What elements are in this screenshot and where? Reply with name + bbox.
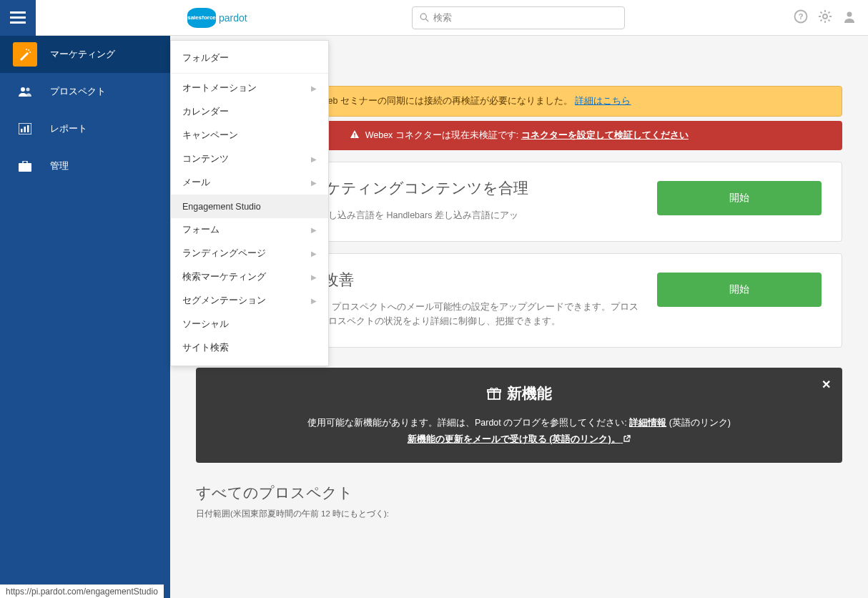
whats-new-text: 使用可能な新機能があります。詳細は、Pardot のブログを参照してください:: [307, 418, 629, 428]
submenu-item-forms[interactable]: フォーム▶: [171, 218, 328, 242]
submenu-item-mail[interactable]: メール▶: [171, 171, 328, 195]
salesforce-logo: salesforce: [187, 8, 216, 28]
left-sidebar: マーケティング プロスペクト レポート 管理: [0, 36, 170, 598]
header-icons: ?: [794, 9, 857, 26]
whats-new-subscribe-link[interactable]: 新機能の更新をメールで受け取る (英語のリンク)。: [408, 434, 631, 444]
alert-error-link[interactable]: コネクターを設定して検証してください: [521, 130, 689, 140]
chevron-right-icon: ▶: [311, 250, 317, 258]
submenu-label: セグメンテーション: [182, 295, 266, 307]
svg-point-11: [26, 49, 27, 50]
user-button[interactable]: [842, 9, 857, 26]
hamburger-icon: [10, 11, 26, 24]
marketing-submenu: フォルダー オートメーション▶ カレンダー キャンペーン コンテンツ▶ メール▶…: [170, 40, 329, 366]
submenu-item-segmentation[interactable]: セグメンテーション▶: [171, 289, 328, 313]
chevron-right-icon: ▶: [311, 155, 317, 163]
submenu-item-campaigns[interactable]: キャンペーン: [171, 124, 328, 147]
submenu-label: ランディングページ: [182, 247, 266, 260]
submenu-item-landing-pages[interactable]: ランディングページ▶: [171, 242, 328, 265]
search-icon: [420, 13, 429, 22]
svg-rect-17: [27, 125, 29, 132]
sidebar-item-reports[interactable]: レポート: [0, 110, 170, 147]
logo-area: salesforce pardot: [187, 8, 247, 28]
all-prospects-heading: すべてのプロスペクト: [196, 483, 842, 503]
date-range-label: 日付範囲(米国東部夏時間の午前 12 時にもとづく):: [196, 509, 842, 519]
submenu-label: フォルダー: [182, 52, 229, 64]
sidebar-item-prospects[interactable]: プロスペクト: [0, 73, 170, 110]
whats-new-title: 新機能: [213, 383, 825, 403]
close-button[interactable]: ✕: [822, 378, 831, 391]
submenu-label: コンテンツ: [182, 153, 229, 165]
alert-warning-link[interactable]: 詳細はこちら: [575, 96, 631, 106]
svg-rect-16: [24, 127, 26, 132]
submenu-item-folders[interactable]: フォルダー: [171, 46, 328, 70]
submenu-label: 検索マーケティング: [182, 271, 266, 283]
hamburger-button[interactable]: [0, 0, 36, 36]
chevron-right-icon: ▶: [311, 179, 317, 187]
external-link-icon: [623, 435, 631, 443]
sidebar-item-label: プロスペクト: [50, 85, 106, 98]
submenu-divider: [171, 73, 328, 74]
submenu-item-social[interactable]: ソーシャル: [171, 313, 328, 336]
briefcase-icon: [13, 154, 37, 178]
svg-point-13: [26, 88, 30, 92]
whats-new-details-link[interactable]: 詳細情報: [629, 418, 666, 428]
wand-icon: [13, 42, 37, 67]
start-button[interactable]: 開始: [657, 273, 822, 307]
submenu-item-engagement-studio[interactable]: Engagement Studio: [171, 195, 328, 218]
svg-point-9: [28, 49, 29, 51]
gear-icon: [818, 9, 832, 24]
whats-new-subscribe-text: 新機能の更新をメールで受け取る (英語のリンク)。: [408, 434, 621, 444]
sidebar-item-admin[interactable]: 管理: [0, 147, 170, 185]
warning-triangle-icon: [350, 129, 360, 139]
svg-rect-15: [21, 129, 23, 132]
submenu-label: Engagement Studio: [182, 202, 261, 212]
pardot-logo-text: pardot: [219, 12, 247, 24]
submenu-item-calendar[interactable]: カレンダー: [171, 100, 328, 124]
help-icon: ?: [794, 9, 808, 24]
sidebar-item-marketing[interactable]: マーケティング: [0, 36, 170, 73]
top-header: salesforce pardot 検索 ?: [0, 0, 868, 36]
browser-status-bar: https://pi.pardot.com/engagementStudio: [0, 584, 164, 598]
submenu-label: カレンダー: [182, 106, 229, 118]
svg-point-12: [21, 87, 25, 92]
submenu-label: サイト検索: [182, 342, 229, 354]
submenu-item-site-search[interactable]: サイト検索: [171, 336, 328, 360]
svg-rect-2: [10, 21, 26, 24]
svg-line-4: [425, 19, 428, 22]
svg-point-8: [847, 12, 852, 17]
svg-point-7: [823, 14, 827, 19]
whats-new-text-suffix: (英語のリンク): [666, 418, 731, 428]
alert-error-text: Webex コネクターは現在未検証です:: [365, 130, 521, 140]
whats-new-body: 使用可能な新機能があります。詳細は、Pardot のブログを参照してください: …: [213, 415, 825, 447]
search-input[interactable]: 検索: [412, 6, 625, 29]
submenu-label: メール: [182, 177, 210, 189]
search-wrap: 検索: [412, 6, 625, 29]
submenu-item-content[interactable]: コンテンツ▶: [171, 147, 328, 171]
svg-rect-20: [355, 133, 355, 136]
svg-point-10: [29, 52, 31, 53]
svg-rect-0: [10, 11, 26, 14]
submenu-label: キャンペーン: [182, 129, 238, 142]
submenu-item-search-marketing[interactable]: 検索マーケティング▶: [171, 265, 328, 289]
svg-rect-1: [10, 16, 26, 19]
start-button[interactable]: 開始: [657, 181, 822, 215]
help-button[interactable]: ?: [794, 9, 808, 26]
submenu-item-automation[interactable]: オートメーション▶: [171, 77, 328, 100]
whats-new-title-text: 新機能: [507, 383, 552, 403]
chevron-right-icon: ▶: [311, 84, 317, 92]
user-icon: [842, 9, 857, 24]
whats-new-card: ✕ 新機能 使用可能な新機能があります。詳細は、Pardot のブログを参照して…: [196, 368, 842, 463]
svg-rect-21: [355, 137, 355, 137]
people-icon: [13, 79, 37, 104]
submenu-label: オートメーション: [182, 82, 257, 94]
gift-icon: [487, 386, 501, 401]
chevron-right-icon: ▶: [311, 226, 317, 234]
chart-icon: [13, 117, 37, 141]
settings-button[interactable]: [818, 9, 832, 26]
search-placeholder: 検索: [433, 11, 452, 24]
sidebar-item-label: レポート: [50, 122, 87, 135]
chevron-right-icon: ▶: [311, 273, 317, 281]
svg-point-3: [420, 14, 426, 19]
submenu-label: フォーム: [182, 224, 220, 236]
svg-rect-19: [23, 161, 27, 164]
